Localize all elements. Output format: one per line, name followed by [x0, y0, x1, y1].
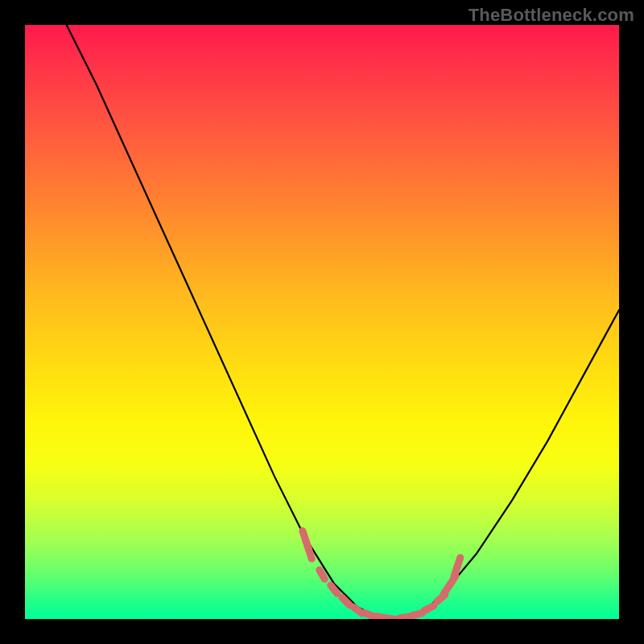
chart-frame: TheBottleneck.com [0, 0, 644, 644]
marker-tick [315, 565, 330, 584]
marker-group [298, 526, 464, 619]
plot-area [25, 25, 619, 619]
chart-svg [25, 25, 619, 619]
bottleneck-curve-path [67, 25, 619, 619]
watermark-text: TheBottleneck.com [469, 5, 634, 26]
